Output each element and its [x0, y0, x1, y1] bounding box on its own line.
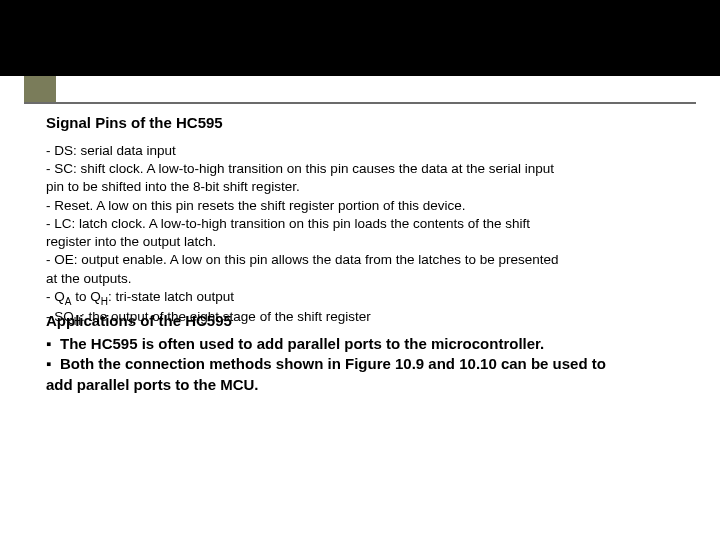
app-item-2-line2: add parallel ports to the MCU. — [46, 375, 686, 395]
pin-lc-line2: register into the output latch. — [46, 233, 686, 251]
pin-oe-line1: - OE: output enable. A low on this pin a… — [46, 251, 686, 269]
pin-lc-line1: - LC: latch clock. A low-to-high transit… — [46, 215, 686, 233]
slide: Signal Pins of the HC595 - DS: serial da… — [0, 76, 720, 540]
pin-ds: - DS: serial data input — [46, 142, 686, 160]
app-item-1: ▪The HC595 is often used to add parallel… — [46, 334, 686, 354]
text: - Q — [46, 289, 65, 304]
app-item-2-line1: ▪Both the connection methods shown in Fi… — [46, 354, 686, 374]
pin-sc-line2: pin to be shifted into the 8-bit shift r… — [46, 178, 686, 196]
text: to Q — [71, 289, 100, 304]
text: The HC595 is often used to add parallel … — [60, 335, 544, 352]
applications-body: ▪The HC595 is often used to add parallel… — [46, 334, 686, 395]
bullet-icon: ▪ — [46, 334, 60, 354]
text: Both the connection methods shown in Fig… — [60, 355, 606, 372]
text: : tri-state latch output — [108, 289, 234, 304]
pin-oe-line2: at the outputs. — [46, 270, 686, 288]
pin-reset: - Reset. A low on this pin resets the sh… — [46, 197, 686, 215]
horizontal-rule — [24, 102, 696, 104]
subscript-h: H — [101, 295, 108, 306]
bullet-icon: ▪ — [46, 354, 60, 374]
pin-qa-qh: - QA to QH: tri-state latch output — [46, 288, 686, 308]
section-title-applications: Applications of the HC595 — [46, 312, 232, 329]
signal-pins-body: - DS: serial data input - SC: shift cloc… — [46, 142, 686, 328]
section-title-signal-pins: Signal Pins of the HC595 — [46, 114, 223, 131]
accent-bar — [24, 76, 56, 102]
pin-sc-line1: - SC: shift clock. A low-to-high transit… — [46, 160, 686, 178]
